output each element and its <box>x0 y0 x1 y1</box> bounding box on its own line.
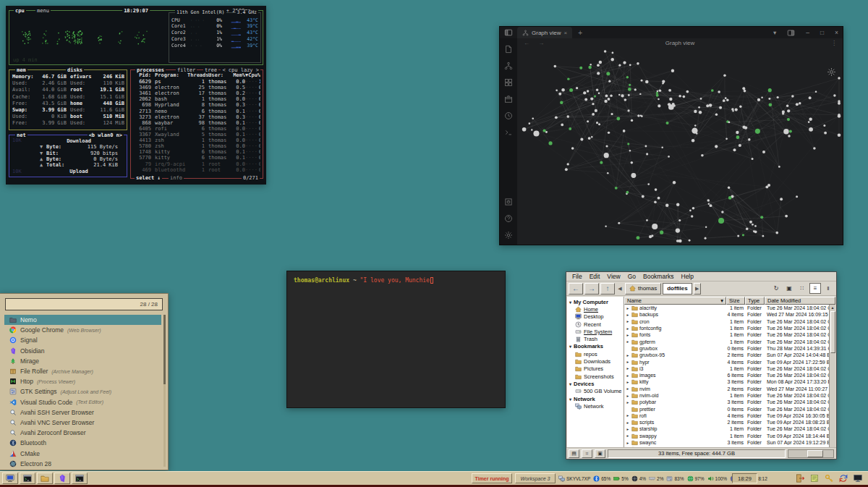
launcher-item-avahi-vnc-server-browser[interactable]: Avahi VNC Server Browser <box>4 418 161 428</box>
row-expander-icon[interactable]: ▸ <box>626 427 630 431</box>
reload-icon[interactable]: ↻ <box>770 283 782 294</box>
forward-button[interactable]: → <box>584 283 599 295</box>
column-name[interactable]: Name▾ <box>624 297 726 305</box>
launcher-terminal-button[interactable] <box>20 473 35 484</box>
side-pane-places-button[interactable]: ▤ <box>569 449 579 458</box>
launcher-item-electron-28[interactable]: Electron 28 <box>4 459 161 468</box>
col-cpu[interactable]: ▼Cpu% <box>245 72 261 78</box>
row-expander-icon[interactable]: ▸ <box>626 433 630 438</box>
tray-stat-fan[interactable]: 4% <box>631 475 646 482</box>
tray-logout-button[interactable] <box>793 473 807 484</box>
process-row[interactable]: 3461electron17thomas0.2····0.0 <box>132 90 260 96</box>
sidebar-toggle-icon[interactable] <box>504 28 513 37</box>
settings-gear-icon[interactable] <box>504 231 513 240</box>
right-sidebar-toggle-icon[interactable] <box>787 29 795 37</box>
launcher-item-mirage[interactable]: Mirage <box>4 356 161 366</box>
up-button[interactable]: ↑ <box>600 283 615 295</box>
column-modified[interactable]: Date Modified <box>765 297 835 305</box>
tab-graph-view[interactable]: Graph view × <box>517 27 572 38</box>
row-expander-icon[interactable]: ▸ <box>626 394 630 398</box>
menu-view[interactable]: View <box>603 273 624 280</box>
row-expander-icon[interactable]: ▸ <box>626 441 630 445</box>
launcher-obsidian-button[interactable] <box>54 473 70 484</box>
sidebar-section[interactable]: ▾Network <box>567 395 624 402</box>
process-row[interactable]: 3273electron37thomas0.3····0.0 <box>132 114 260 120</box>
file-row[interactable]: prettier0 itemsFolderTue 26 Mar 2024 18:… <box>624 405 835 412</box>
tray-stat-globe[interactable]: 97% <box>687 475 705 482</box>
tray-stat-volume[interactable]: 100% <box>707 475 728 482</box>
process-row[interactable]: 6405rofi6thomas0.0····0.0 <box>132 126 260 132</box>
menu-help[interactable]: Help <box>678 273 697 280</box>
sidebar-item-pictures[interactable]: Pictures <box>567 365 624 373</box>
section-expander-icon[interactable]: ▾ <box>569 300 571 305</box>
file-row[interactable]: ▸alacritty1 itemFolderTue 26 Mar 2024 18… <box>624 305 835 311</box>
row-expander-icon[interactable]: ▸ <box>626 306 630 310</box>
scroll-up-icon[interactable]: ▲ <box>831 305 835 310</box>
sidebar-item-home[interactable]: Home <box>567 305 624 313</box>
graph-settings-gear-icon[interactable] <box>827 67 836 77</box>
column-size[interactable]: Size <box>726 297 745 305</box>
horizontal-scrollbar[interactable] <box>788 449 834 458</box>
sidebar-item-screenshots[interactable]: Screenshots <box>567 373 624 380</box>
process-row[interactable]: 698Hyprland8thomas0.3····0.0 <box>132 102 260 108</box>
file-row[interactable]: ▸hypr4 itemsFolderTue 09 Apr 2024 17:22:… <box>624 358 835 365</box>
path-button-current[interactable]: doffiles <box>663 283 692 295</box>
tray-stat-networkpc[interactable]: SKYVL7XP <box>558 475 590 482</box>
tray-sync-button[interactable] <box>837 473 850 484</box>
row-expander-icon[interactable]: ▸ <box>626 333 630 337</box>
sort-arrow-icon[interactable]: ▾ <box>720 297 723 304</box>
col-mem[interactable]: Mem% <box>229 72 245 78</box>
menu-bookmarks[interactable]: Bookmarks <box>639 273 678 280</box>
vertical-scrollbar[interactable]: ▲ <box>829 305 835 447</box>
col-program[interactable]: Program: <box>151 72 187 78</box>
menu-go[interactable]: Go <box>624 273 639 280</box>
rofi-scrollbar-thumb[interactable] <box>163 315 166 384</box>
daily-note-icon[interactable] <box>504 95 513 103</box>
file-row[interactable]: ▸fontconfig1 itemFolderTue 26 Mar 2024 1… <box>624 325 835 331</box>
sidebar-item-network[interactable]: Network <box>567 402 624 410</box>
file-row[interactable]: ▸backups4 itemsFolderWed 27 Mar 2024 16:… <box>624 311 835 318</box>
more-options-icon[interactable]: ⋮ <box>831 40 837 46</box>
row-expander-icon[interactable]: ▸ <box>626 420 630 425</box>
process-row[interactable]: 6629ps1thomas0.0····100 <box>132 79 260 85</box>
sidebar-item-trash[interactable]: Trash <box>567 335 624 342</box>
tray-notes-button[interactable] <box>808 473 821 484</box>
launcher-folder-button[interactable] <box>37 473 53 484</box>
tab-menu[interactable]: menu <box>35 8 51 14</box>
launcher-item-visual-studio-code[interactable]: Visual Studio Code(Text Editor) <box>4 397 161 407</box>
col-pid[interactable]: Pid: <box>132 72 151 78</box>
launcher-item-file-roller[interactable]: File Roller(Archive Manager) <box>4 366 161 376</box>
launcher-item-htop[interactable]: Htop(Process Viewer) <box>4 376 161 386</box>
section-expander-icon[interactable]: ▾ <box>569 344 571 349</box>
sidebar-item-downloads[interactable]: Downloads <box>567 357 624 365</box>
process-row[interactable]: 3469electron25thomas0.5····0.0 <box>132 85 260 90</box>
terminal-icon[interactable] <box>504 128 513 137</box>
row-expander-icon[interactable]: ▸ <box>626 400 630 405</box>
row-expander-icon[interactable]: ▸ <box>626 360 630 364</box>
path-scroll-right-icon[interactable]: ▶ <box>694 283 701 295</box>
row-expander-icon[interactable]: ▸ <box>626 413 630 418</box>
file-row[interactable]: ▸nvim-old1 itemFolderTue 26 Mar 2024 18:… <box>624 392 835 399</box>
row-expander-icon[interactable]: ▸ <box>626 339 630 344</box>
minimize-icon[interactable]: – <box>806 29 809 36</box>
file-row[interactable]: ▸swappy1 itemFolderTue 09 Apr 2024 18:14… <box>624 433 835 439</box>
select-hint[interactable]: select ↓ <box>135 175 162 181</box>
launcher-item-google-chrome[interactable]: Google Chrome(Web Browser) <box>4 325 161 335</box>
row-expander-icon[interactable]: ▸ <box>626 380 630 384</box>
graph-canvas[interactable] <box>517 48 843 245</box>
tab-close-icon[interactable]: × <box>563 30 567 36</box>
col-threads[interactable]: Threads: <box>187 72 205 78</box>
launcher-item-cmake[interactable]: CMake <box>4 448 161 458</box>
tab-list-chevron-icon[interactable]: ▾ <box>773 29 776 36</box>
obsidian-titlebar[interactable]: Graph view × + ▾ – □ × <box>500 27 843 38</box>
compact-view-icon[interactable]: ‖ <box>822 283 834 294</box>
tray-stat-disk[interactable]: 83% <box>666 475 684 482</box>
sidebar-item-recent[interactable]: Recent <box>567 321 624 328</box>
section-expander-icon[interactable]: ▾ <box>569 381 571 386</box>
file-row[interactable]: ▸i31 itemFolderTue 26 Mar 2024 18:04:02 … <box>624 365 835 372</box>
sidebar-item-repos[interactable]: repos <box>567 350 624 357</box>
launcher-item-nemo[interactable]: Nemo <box>4 315 161 325</box>
help-icon[interactable] <box>504 214 513 223</box>
column-type[interactable]: Type <box>745 297 765 305</box>
row-expander-icon[interactable]: ▸ <box>626 366 630 370</box>
